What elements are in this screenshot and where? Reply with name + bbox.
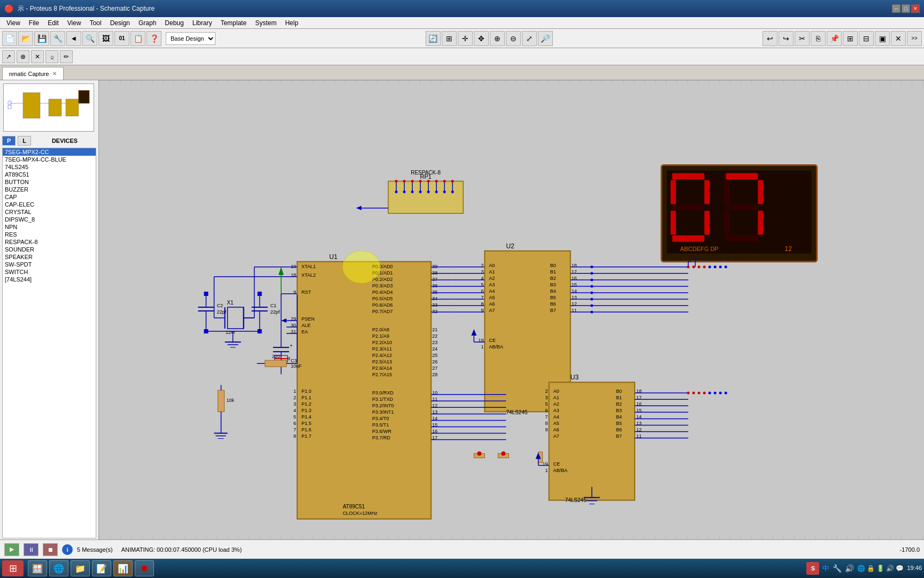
device-item-button[interactable]: BUTTON [3,178,96,186]
device-item-7seg-blue[interactable]: 7SEG-MPX4-CC-BLUE [3,156,96,163]
save-btn[interactable]: 💾 [34,31,49,46]
tab-schematic[interactable]: nmatic Capture ✕ [2,67,64,80]
zoom-out-btn[interactable]: ⊖ [506,31,521,46]
device-item-switch[interactable]: SWITCH [3,268,96,276]
taskbar-folder-btn[interactable]: 📁 [71,560,90,576]
device-item-at89c51[interactable]: AT89C51 [3,171,96,178]
zoom-fit-btn[interactable]: ⤢ [522,31,537,46]
left-panel: P L DEVICES 7SEG-MPX2-CC 7SEG-MPX4-CC-BL… [0,80,99,539]
device-item-cap-elec[interactable]: CAP-ELEC [3,201,96,208]
maximize-btn[interactable]: □ [902,4,910,13]
menu-view2[interactable]: View [63,18,86,28]
menu-library[interactable]: Library [188,18,217,28]
device-item-74ls245[interactable]: 74LS245 [3,163,96,171]
zoom-in-btn[interactable]: 🔍 [82,31,97,46]
zoom-in-btn2[interactable]: ⊕ [490,31,505,46]
device-item-cap[interactable]: CAP [3,193,96,201]
menu-help[interactable]: Help [281,18,303,28]
svg-point-197 [590,311,593,314]
svg-text:35: 35 [432,290,437,295]
svg-point-194 [590,291,593,294]
menu-view[interactable]: View [2,18,25,28]
svg-text:4: 4 [481,276,483,281]
device-item-respack[interactable]: RESPACK-8 [3,238,96,246]
pointer-btn[interactable]: ↗ [2,50,15,63]
taskbar-ppt-btn[interactable]: 📊 [113,560,133,576]
taskbar-word-btn[interactable]: 📝 [92,560,111,576]
device-item-sounder[interactable]: SOUNDER [3,246,96,253]
menu-system[interactable]: System [251,18,281,28]
schematic-canvas-area[interactable]: RP1 RESPACK-8 [99,80,924,539]
svg-rect-319 [724,180,729,204]
tb-btn4[interactable]: 🔧 [50,31,65,46]
svg-rect-2 [66,99,79,116]
cut-btn[interactable]: ✂ [795,31,810,46]
minimize-btn[interactable]: ─ [892,4,900,13]
svg-text:P1.2: P1.2 [302,401,312,407]
copy-btn[interactable]: 📋 [130,31,145,46]
open-btn[interactable]: 📂 [18,31,33,46]
svg-rect-7 [8,101,11,104]
start-btn[interactable]: ⊞ [2,560,24,576]
wire-btn[interactable]: ✕ [31,50,44,63]
device-item-swspdt[interactable]: SW-SPDT [3,261,96,268]
mode-p-btn[interactable]: P [2,136,16,146]
crosshair-btn[interactable]: ✛ [458,31,473,46]
tb-more3[interactable]: ▣ [875,31,890,46]
device-item-npn[interactable]: NPN [3,223,96,231]
svg-text:CE: CE [553,461,560,467]
svg-text:B5: B5 [616,421,622,426]
help-btn[interactable]: ❓ [147,31,161,46]
paste-btn[interactable]: 📌 [827,31,842,46]
tb-btn7[interactable]: 🖼 [98,31,113,46]
play-btn[interactable]: ▶ [4,543,19,556]
zoom-area-btn[interactable]: 🔎 [538,31,553,46]
tb-more2[interactable]: ⊟ [859,31,874,46]
menu-graph[interactable]: Graph [134,18,160,28]
tab-close-icon[interactable]: ✕ [52,71,57,77]
svg-text:6: 6 [545,408,548,413]
copy2-btn[interactable]: ⎘ [811,31,826,46]
menu-design[interactable]: Design [106,18,134,28]
undo-btn[interactable]: ↩ [763,31,777,46]
taskbar: ⊞ 🪟 🌐 📁 📝 📊 ⏺ S 中 🔧 🔊 🌐 🔒 🔋 🔊 💬 19:46 [0,559,924,578]
device-item-buzzer[interactable]: BUZZER [3,186,96,193]
svg-text:P3.6/WR: P3.6/WR [372,429,392,434]
refresh-btn[interactable]: 🔄 [426,31,441,46]
label-btn[interactable]: ⎐ [45,50,58,63]
device-item-74ls244[interactable]: [74LS244] [3,276,96,283]
device-item-speaker[interactable]: SPEAKER [3,253,96,261]
grid-btn[interactable]: ⊞ [442,31,457,46]
svg-point-332 [709,265,711,268]
device-item-crystal[interactable]: CRYSTAL [3,208,96,216]
taskbar-files-btn[interactable]: 🪟 [28,560,47,576]
bus-btn[interactable]: ✏ [60,50,73,63]
tb-more4[interactable]: ✕ [891,31,906,46]
new-btn[interactable]: 📄 [2,31,17,46]
taskbar-record-btn[interactable]: ⏺ [135,560,154,576]
pause-btn[interactable]: ⏸ [24,543,38,556]
design-select[interactable]: Base Design [166,32,215,45]
component-btn[interactable]: ⊕ [17,50,29,63]
tb-more5[interactable]: >> [907,31,922,46]
mode-l-btn[interactable]: L [18,136,31,146]
taskbar-browser-btn[interactable]: 🌐 [49,560,68,576]
stop-btn[interactable]: ⏹ [43,543,58,556]
svg-text:9: 9 [545,427,548,432]
proteus-tray-icon[interactable]: S [806,562,819,575]
tb-more1[interactable]: ⊞ [843,31,858,46]
redo-btn[interactable]: ↪ [779,31,794,46]
tb-btn5[interactable]: ◀ [66,31,81,46]
device-item-dipswc[interactable]: DIPSWC_8 [3,216,96,223]
menu-debug[interactable]: Debug [160,18,188,28]
pan-btn[interactable]: ✥ [474,31,489,46]
menu-file[interactable]: File [25,18,43,28]
menu-tool[interactable]: Tool [86,18,106,28]
tb-btn8[interactable]: 01 [114,31,129,46]
system-icons: 🌐 🔒 🔋 🔊 💬 [857,565,904,572]
menu-edit[interactable]: Edit [43,18,63,28]
device-item-7seg[interactable]: 7SEG-MPX2-CC [3,148,96,156]
close-btn[interactable]: ✕ [911,4,920,13]
device-item-res[interactable]: RES [3,231,96,238]
menu-template[interactable]: Template [216,18,251,28]
